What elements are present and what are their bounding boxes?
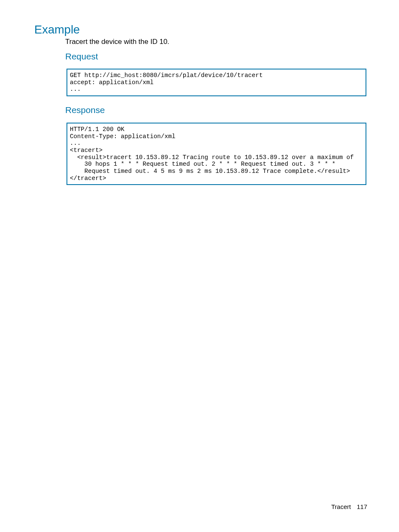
- heading-request: Request: [65, 51, 98, 62]
- code-block-response: HTTP/1.1 200 OK Content-Type: applicatio…: [66, 123, 366, 185]
- page-footer: Tracert117: [331, 503, 367, 510]
- heading-response: Response: [65, 105, 105, 115]
- code-block-request: GET http://imc_host:8080/imcrs/plat/devi…: [66, 69, 366, 96]
- example-description: Tracert the device with the ID 10.: [65, 38, 169, 46]
- footer-section-name: Tracert: [331, 503, 351, 510]
- footer-page-number: 117: [357, 503, 367, 510]
- heading-example: Example: [34, 23, 80, 36]
